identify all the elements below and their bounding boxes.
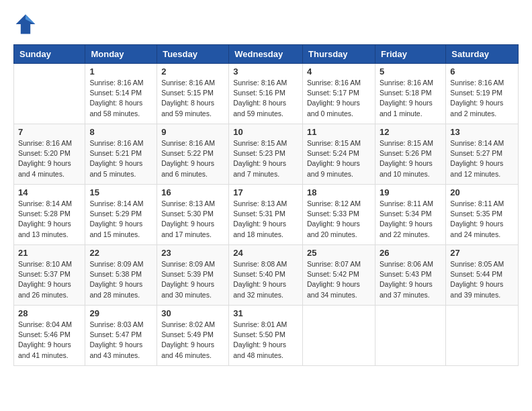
weekday-header: Monday <box>85 45 157 64</box>
day-number: 22 <box>89 248 152 258</box>
calendar-day-cell <box>14 64 85 124</box>
calendar-day-cell: 13 Sunrise: 8:14 AMSunset: 5:27 PMDaylig… <box>446 124 519 185</box>
calendar-day-cell: 1 Sunrise: 8:16 AMSunset: 5:14 PMDayligh… <box>85 64 157 124</box>
calendar-day-cell: 23 Sunrise: 8:09 AMSunset: 5:39 PMDaylig… <box>157 245 229 306</box>
calendar-day-cell <box>375 306 445 366</box>
calendar-day-cell: 17 Sunrise: 8:13 AMSunset: 5:31 PMDaylig… <box>229 185 303 245</box>
calendar-day-cell: 31 Sunrise: 8:01 AMSunset: 5:50 PMDaylig… <box>229 306 303 366</box>
calendar-header-row: SundayMondayTuesdayWednesdayThursdayFrid… <box>14 45 519 64</box>
day-info: Sunrise: 8:15 AMSunset: 5:23 PMDaylight:… <box>233 138 298 179</box>
day-number: 30 <box>161 308 224 318</box>
day-number: 4 <box>307 66 371 77</box>
day-info: Sunrise: 8:11 AMSunset: 5:35 PMDaylight:… <box>450 199 514 240</box>
calendar-day-cell: 4 Sunrise: 8:16 AMSunset: 5:17 PMDayligh… <box>303 64 375 124</box>
calendar-day-cell: 24 Sunrise: 8:08 AMSunset: 5:40 PMDaylig… <box>229 245 303 306</box>
calendar-day-cell: 5 Sunrise: 8:16 AMSunset: 5:18 PMDayligh… <box>375 64 445 124</box>
page-container: SundayMondayTuesdayWednesdayThursdayFrid… <box>0 0 532 373</box>
logo-icon <box>13 12 38 36</box>
calendar-day-cell: 7 Sunrise: 8:16 AMSunset: 5:20 PMDayligh… <box>14 124 85 185</box>
calendar-day-cell <box>303 306 375 366</box>
calendar-day-cell: 18 Sunrise: 8:12 AMSunset: 5:33 PMDaylig… <box>303 185 375 245</box>
calendar-day-cell: 21 Sunrise: 8:10 AMSunset: 5:37 PMDaylig… <box>14 245 85 306</box>
day-info: Sunrise: 8:16 AMSunset: 5:17 PMDaylight:… <box>307 78 371 119</box>
day-info: Sunrise: 8:15 AMSunset: 5:24 PMDaylight:… <box>307 138 371 179</box>
weekday-header: Sunday <box>14 45 85 64</box>
weekday-header: Saturday <box>446 45 519 64</box>
day-info: Sunrise: 8:12 AMSunset: 5:33 PMDaylight:… <box>307 199 371 240</box>
day-info: Sunrise: 8:16 AMSunset: 5:21 PMDaylight:… <box>89 138 152 179</box>
day-info: Sunrise: 8:14 AMSunset: 5:29 PMDaylight:… <box>89 199 152 240</box>
day-number: 19 <box>380 187 441 197</box>
day-number: 2 <box>161 66 224 77</box>
day-number: 18 <box>307 187 371 197</box>
day-info: Sunrise: 8:04 AMSunset: 5:46 PMDaylight:… <box>18 320 81 361</box>
day-number: 1 <box>89 66 152 77</box>
calendar-day-cell: 27 Sunrise: 8:05 AMSunset: 5:44 PMDaylig… <box>446 245 519 306</box>
day-info: Sunrise: 8:10 AMSunset: 5:37 PMDaylight:… <box>18 259 81 300</box>
day-info: Sunrise: 8:01 AMSunset: 5:50 PMDaylight:… <box>233 320 298 361</box>
day-number: 25 <box>307 248 371 258</box>
calendar-day-cell: 10 Sunrise: 8:15 AMSunset: 5:23 PMDaylig… <box>229 124 303 185</box>
day-number: 11 <box>307 127 371 137</box>
calendar-day-cell: 9 Sunrise: 8:16 AMSunset: 5:22 PMDayligh… <box>157 124 229 185</box>
calendar-day-cell: 12 Sunrise: 8:15 AMSunset: 5:26 PMDaylig… <box>375 124 445 185</box>
calendar-day-cell: 26 Sunrise: 8:06 AMSunset: 5:43 PMDaylig… <box>375 245 445 306</box>
day-info: Sunrise: 8:06 AMSunset: 5:43 PMDaylight:… <box>380 259 441 300</box>
day-info: Sunrise: 8:02 AMSunset: 5:49 PMDaylight:… <box>161 320 224 361</box>
day-info: Sunrise: 8:13 AMSunset: 5:30 PMDaylight:… <box>161 199 224 240</box>
calendar-day-cell: 25 Sunrise: 8:07 AMSunset: 5:42 PMDaylig… <box>303 245 375 306</box>
day-number: 21 <box>18 248 81 258</box>
day-info: Sunrise: 8:16 AMSunset: 5:15 PMDaylight:… <box>161 78 224 119</box>
day-number: 8 <box>89 127 152 137</box>
day-info: Sunrise: 8:09 AMSunset: 5:38 PMDaylight:… <box>89 259 152 300</box>
day-info: Sunrise: 8:08 AMSunset: 5:40 PMDaylight:… <box>233 259 298 300</box>
day-number: 28 <box>18 308 81 318</box>
day-number: 9 <box>161 127 224 137</box>
day-number: 10 <box>233 127 298 137</box>
calendar-day-cell <box>446 306 519 366</box>
day-number: 14 <box>18 187 81 197</box>
calendar-day-cell: 20 Sunrise: 8:11 AMSunset: 5:35 PMDaylig… <box>446 185 519 245</box>
day-info: Sunrise: 8:14 AMSunset: 5:27 PMDaylight:… <box>450 138 514 179</box>
day-info: Sunrise: 8:03 AMSunset: 5:47 PMDaylight:… <box>89 320 152 361</box>
calendar-day-cell: 19 Sunrise: 8:11 AMSunset: 5:34 PMDaylig… <box>375 185 445 245</box>
calendar-week-row: 28 Sunrise: 8:04 AMSunset: 5:46 PMDaylig… <box>14 306 519 366</box>
logo <box>13 12 40 36</box>
day-info: Sunrise: 8:16 AMSunset: 5:14 PMDaylight:… <box>89 78 152 119</box>
calendar-week-row: 21 Sunrise: 8:10 AMSunset: 5:37 PMDaylig… <box>14 245 519 306</box>
calendar-day-cell: 29 Sunrise: 8:03 AMSunset: 5:47 PMDaylig… <box>85 306 157 366</box>
day-info: Sunrise: 8:11 AMSunset: 5:34 PMDaylight:… <box>380 199 441 240</box>
calendar-day-cell: 14 Sunrise: 8:14 AMSunset: 5:28 PMDaylig… <box>14 185 85 245</box>
day-info: Sunrise: 8:07 AMSunset: 5:42 PMDaylight:… <box>307 259 371 300</box>
calendar-week-row: 14 Sunrise: 8:14 AMSunset: 5:28 PMDaylig… <box>14 185 519 245</box>
calendar-day-cell: 6 Sunrise: 8:16 AMSunset: 5:19 PMDayligh… <box>446 64 519 124</box>
day-info: Sunrise: 8:16 AMSunset: 5:19 PMDaylight:… <box>450 78 514 119</box>
weekday-header: Friday <box>375 45 445 64</box>
weekday-header: Wednesday <box>229 45 303 64</box>
day-number: 12 <box>380 127 441 137</box>
calendar-day-cell: 2 Sunrise: 8:16 AMSunset: 5:15 PMDayligh… <box>157 64 229 124</box>
day-number: 15 <box>89 187 152 197</box>
day-number: 16 <box>161 187 224 197</box>
weekday-header: Tuesday <box>157 45 229 64</box>
day-info: Sunrise: 8:14 AMSunset: 5:28 PMDaylight:… <box>18 199 81 240</box>
day-info: Sunrise: 8:13 AMSunset: 5:31 PMDaylight:… <box>233 199 298 240</box>
calendar-day-cell: 15 Sunrise: 8:14 AMSunset: 5:29 PMDaylig… <box>85 185 157 245</box>
calendar-day-cell: 8 Sunrise: 8:16 AMSunset: 5:21 PMDayligh… <box>85 124 157 185</box>
calendar-day-cell: 11 Sunrise: 8:15 AMSunset: 5:24 PMDaylig… <box>303 124 375 185</box>
day-number: 27 <box>450 248 514 258</box>
day-number: 7 <box>18 127 81 137</box>
day-number: 26 <box>380 248 441 258</box>
calendar-week-row: 7 Sunrise: 8:16 AMSunset: 5:20 PMDayligh… <box>14 124 519 185</box>
day-info: Sunrise: 8:05 AMSunset: 5:44 PMDaylight:… <box>450 259 514 300</box>
calendar-week-row: 1 Sunrise: 8:16 AMSunset: 5:14 PMDayligh… <box>14 64 519 124</box>
calendar-table: SundayMondayTuesdayWednesdayThursdayFrid… <box>13 44 519 366</box>
day-info: Sunrise: 8:16 AMSunset: 5:20 PMDaylight:… <box>18 138 81 179</box>
calendar-day-cell: 30 Sunrise: 8:02 AMSunset: 5:49 PMDaylig… <box>157 306 229 366</box>
day-number: 5 <box>380 66 441 77</box>
day-info: Sunrise: 8:15 AMSunset: 5:26 PMDaylight:… <box>380 138 441 179</box>
day-number: 29 <box>89 308 152 318</box>
calendar-day-cell: 3 Sunrise: 8:16 AMSunset: 5:16 PMDayligh… <box>229 64 303 124</box>
day-info: Sunrise: 8:16 AMSunset: 5:18 PMDaylight:… <box>380 78 441 119</box>
day-info: Sunrise: 8:09 AMSunset: 5:39 PMDaylight:… <box>161 259 224 300</box>
